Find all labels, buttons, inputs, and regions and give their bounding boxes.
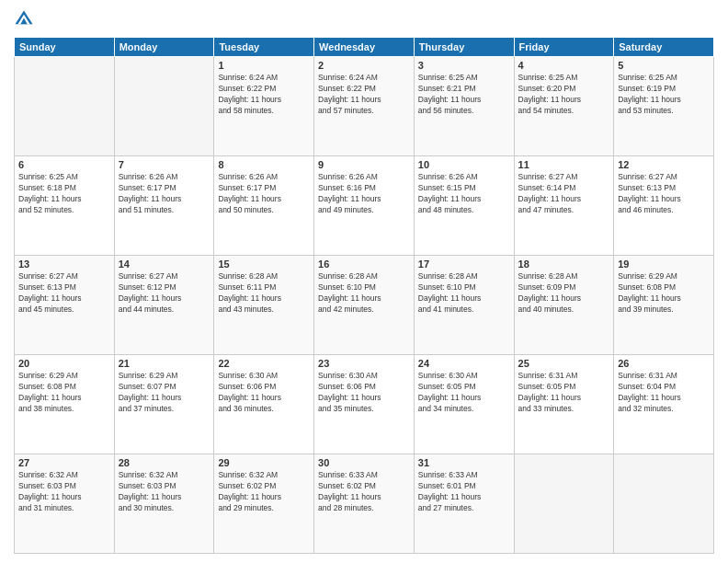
calendar-cell: 17Sunrise: 6:28 AM Sunset: 6:10 PM Dayli… bbox=[414, 256, 514, 355]
calendar-cell bbox=[514, 454, 614, 554]
day-number: 12 bbox=[618, 159, 710, 170]
day-info: Sunrise: 6:28 AM Sunset: 6:09 PM Dayligh… bbox=[518, 271, 610, 316]
day-number: 8 bbox=[218, 159, 310, 170]
calendar-cell: 22Sunrise: 6:30 AM Sunset: 6:06 PM Dayli… bbox=[214, 355, 314, 454]
calendar-cell: 14Sunrise: 6:27 AM Sunset: 6:12 PM Dayli… bbox=[114, 256, 214, 355]
calendar-cell: 31Sunrise: 6:33 AM Sunset: 6:01 PM Dayli… bbox=[414, 454, 514, 554]
calendar-cell: 28Sunrise: 6:32 AM Sunset: 6:03 PM Dayli… bbox=[114, 454, 214, 554]
col-header-sunday: Sunday bbox=[15, 38, 115, 57]
day-info: Sunrise: 6:29 AM Sunset: 6:07 PM Dayligh… bbox=[119, 371, 210, 415]
day-number: 3 bbox=[418, 60, 510, 71]
day-number: 7 bbox=[119, 159, 210, 170]
calendar-cell: 25Sunrise: 6:31 AM Sunset: 6:05 PM Dayli… bbox=[514, 355, 614, 454]
col-header-thursday: Thursday bbox=[414, 38, 514, 57]
calendar-cell: 12Sunrise: 6:27 AM Sunset: 6:13 PM Dayli… bbox=[614, 156, 714, 256]
calendar-cell: 3Sunrise: 6:25 AM Sunset: 6:21 PM Daylig… bbox=[414, 57, 514, 156]
day-number: 23 bbox=[318, 358, 410, 369]
calendar-week-3: 20Sunrise: 6:29 AM Sunset: 6:08 PM Dayli… bbox=[15, 355, 714, 454]
calendar-cell: 26Sunrise: 6:31 AM Sunset: 6:04 PM Dayli… bbox=[614, 355, 714, 454]
day-number: 11 bbox=[518, 159, 610, 170]
day-number: 18 bbox=[518, 259, 610, 270]
calendar-cell: 29Sunrise: 6:32 AM Sunset: 6:02 PM Dayli… bbox=[214, 454, 314, 554]
day-info: Sunrise: 6:26 AM Sunset: 6:17 PM Dayligh… bbox=[119, 172, 210, 216]
day-info: Sunrise: 6:28 AM Sunset: 6:10 PM Dayligh… bbox=[318, 271, 410, 316]
day-number: 24 bbox=[418, 358, 510, 369]
day-number: 27 bbox=[18, 457, 110, 468]
calendar-cell: 23Sunrise: 6:30 AM Sunset: 6:06 PM Dayli… bbox=[314, 355, 415, 454]
day-number: 10 bbox=[418, 159, 510, 170]
calendar-cell: 24Sunrise: 6:30 AM Sunset: 6:05 PM Dayli… bbox=[414, 355, 514, 454]
day-info: Sunrise: 6:27 AM Sunset: 6:13 PM Dayligh… bbox=[18, 271, 110, 316]
day-info: Sunrise: 6:32 AM Sunset: 6:03 PM Dayligh… bbox=[119, 470, 210, 514]
day-number: 26 bbox=[618, 358, 710, 369]
logo-icon bbox=[14, 9, 34, 29]
day-number: 17 bbox=[418, 259, 510, 270]
day-info: Sunrise: 6:27 AM Sunset: 6:12 PM Dayligh… bbox=[119, 271, 210, 316]
day-info: Sunrise: 6:29 AM Sunset: 6:08 PM Dayligh… bbox=[618, 271, 710, 316]
day-info: Sunrise: 6:28 AM Sunset: 6:11 PM Dayligh… bbox=[218, 271, 310, 316]
day-info: Sunrise: 6:24 AM Sunset: 6:22 PM Dayligh… bbox=[318, 73, 410, 117]
day-number: 31 bbox=[418, 457, 510, 468]
day-number: 28 bbox=[119, 457, 210, 468]
day-number: 5 bbox=[618, 60, 710, 71]
calendar-cell: 10Sunrise: 6:26 AM Sunset: 6:15 PM Dayli… bbox=[414, 156, 514, 256]
day-number: 13 bbox=[18, 259, 110, 270]
calendar-cell: 19Sunrise: 6:29 AM Sunset: 6:08 PM Dayli… bbox=[614, 256, 714, 355]
day-info: Sunrise: 6:30 AM Sunset: 6:06 PM Dayligh… bbox=[218, 371, 310, 415]
day-info: Sunrise: 6:26 AM Sunset: 6:16 PM Dayligh… bbox=[318, 172, 410, 216]
day-number: 20 bbox=[18, 358, 110, 369]
day-info: Sunrise: 6:31 AM Sunset: 6:05 PM Dayligh… bbox=[518, 371, 610, 415]
calendar-week-4: 27Sunrise: 6:32 AM Sunset: 6:03 PM Dayli… bbox=[15, 454, 714, 554]
calendar-cell: 5Sunrise: 6:25 AM Sunset: 6:19 PM Daylig… bbox=[614, 57, 714, 156]
day-number: 15 bbox=[218, 259, 310, 270]
day-info: Sunrise: 6:25 AM Sunset: 6:18 PM Dayligh… bbox=[18, 172, 110, 216]
calendar-cell: 16Sunrise: 6:28 AM Sunset: 6:10 PM Dayli… bbox=[314, 256, 415, 355]
day-info: Sunrise: 6:29 AM Sunset: 6:08 PM Dayligh… bbox=[18, 371, 110, 415]
day-info: Sunrise: 6:27 AM Sunset: 6:13 PM Dayligh… bbox=[618, 172, 710, 216]
col-header-tuesday: Tuesday bbox=[214, 38, 314, 57]
day-info: Sunrise: 6:26 AM Sunset: 6:15 PM Dayligh… bbox=[418, 172, 510, 216]
calendar-cell: 15Sunrise: 6:28 AM Sunset: 6:11 PM Dayli… bbox=[214, 256, 314, 355]
calendar-week-2: 13Sunrise: 6:27 AM Sunset: 6:13 PM Dayli… bbox=[15, 256, 714, 355]
day-info: Sunrise: 6:26 AM Sunset: 6:17 PM Dayligh… bbox=[218, 172, 310, 216]
day-info: Sunrise: 6:30 AM Sunset: 6:06 PM Dayligh… bbox=[318, 371, 410, 415]
col-header-monday: Monday bbox=[114, 38, 214, 57]
day-number: 4 bbox=[518, 60, 610, 71]
calendar-cell bbox=[614, 454, 714, 554]
calendar-cell: 30Sunrise: 6:33 AM Sunset: 6:02 PM Dayli… bbox=[314, 454, 415, 554]
calendar-cell: 27Sunrise: 6:32 AM Sunset: 6:03 PM Dayli… bbox=[15, 454, 115, 554]
day-info: Sunrise: 6:27 AM Sunset: 6:14 PM Dayligh… bbox=[518, 172, 610, 216]
day-number: 16 bbox=[318, 259, 410, 270]
day-info: Sunrise: 6:33 AM Sunset: 6:01 PM Dayligh… bbox=[418, 470, 510, 514]
calendar-cell bbox=[114, 57, 214, 156]
calendar-cell: 1Sunrise: 6:24 AM Sunset: 6:22 PM Daylig… bbox=[214, 57, 314, 156]
calendar-cell: 13Sunrise: 6:27 AM Sunset: 6:13 PM Dayli… bbox=[15, 256, 115, 355]
calendar-cell: 18Sunrise: 6:28 AM Sunset: 6:09 PM Dayli… bbox=[514, 256, 614, 355]
day-info: Sunrise: 6:33 AM Sunset: 6:02 PM Dayligh… bbox=[318, 470, 410, 514]
logo bbox=[14, 9, 38, 29]
col-header-friday: Friday bbox=[514, 38, 614, 57]
calendar-cell: 8Sunrise: 6:26 AM Sunset: 6:17 PM Daylig… bbox=[214, 156, 314, 256]
calendar-cell bbox=[15, 57, 115, 156]
calendar-cell: 11Sunrise: 6:27 AM Sunset: 6:14 PM Dayli… bbox=[514, 156, 614, 256]
day-number: 22 bbox=[218, 358, 310, 369]
day-info: Sunrise: 6:25 AM Sunset: 6:21 PM Dayligh… bbox=[418, 73, 510, 117]
calendar-cell: 9Sunrise: 6:26 AM Sunset: 6:16 PM Daylig… bbox=[314, 156, 415, 256]
day-number: 21 bbox=[119, 358, 210, 369]
page: SundayMondayTuesdayWednesdayThursdayFrid… bbox=[0, 0, 728, 563]
day-number: 6 bbox=[18, 159, 110, 170]
calendar-cell: 2Sunrise: 6:24 AM Sunset: 6:22 PM Daylig… bbox=[314, 57, 415, 156]
day-info: Sunrise: 6:25 AM Sunset: 6:19 PM Dayligh… bbox=[618, 73, 710, 117]
calendar-week-0: 1Sunrise: 6:24 AM Sunset: 6:22 PM Daylig… bbox=[15, 57, 714, 156]
col-header-wednesday: Wednesday bbox=[314, 38, 415, 57]
day-info: Sunrise: 6:25 AM Sunset: 6:20 PM Dayligh… bbox=[518, 73, 610, 117]
header bbox=[14, 9, 714, 29]
day-number: 2 bbox=[318, 60, 410, 71]
day-number: 25 bbox=[518, 358, 610, 369]
day-info: Sunrise: 6:32 AM Sunset: 6:03 PM Dayligh… bbox=[18, 470, 110, 514]
day-number: 9 bbox=[318, 159, 410, 170]
calendar-cell: 21Sunrise: 6:29 AM Sunset: 6:07 PM Dayli… bbox=[114, 355, 214, 454]
calendar-header-row: SundayMondayTuesdayWednesdayThursdayFrid… bbox=[15, 38, 714, 57]
day-number: 19 bbox=[618, 259, 710, 270]
day-info: Sunrise: 6:30 AM Sunset: 6:05 PM Dayligh… bbox=[418, 371, 510, 415]
